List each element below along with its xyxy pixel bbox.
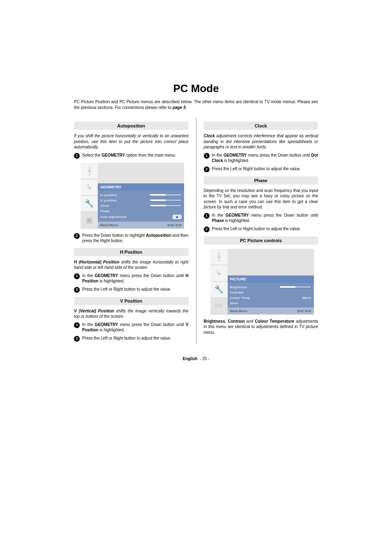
picture-osd-title: PICTURE — [228, 275, 314, 283]
osd-footer-left: Back:Menu — [100, 223, 118, 227]
sound-tab-icon: 𝄞 — [81, 163, 98, 179]
t: Phase — [212, 218, 224, 223]
autoposition-header: Autoposition — [74, 122, 189, 130]
t: Press the Left or Right button to adjust… — [212, 166, 318, 172]
page-title: PC Mode — [74, 82, 318, 95]
vposition-header: V Position — [74, 297, 189, 305]
t: Press the Left or Right button to adjust… — [212, 226, 318, 232]
t: Clock — [204, 134, 215, 138]
left-column: Autoposition If you shift the picture ho… — [74, 118, 189, 344]
intro-a: PC Picture Position and PC Picture menus… — [74, 99, 318, 110]
pc-picture-controls-header: PC Picture controls — [204, 236, 318, 245]
geometry-osd-content: H. position V. position Clock Phase Auto… — [98, 191, 184, 222]
t: GEOMETRY — [226, 213, 249, 217]
osd-item-brightness: Brightness — [230, 284, 311, 290]
install-tab-icon: 🔧 — [210, 282, 228, 298]
vposition-step2: 2 Press the Left or Right button to adju… — [74, 335, 189, 342]
slider-icon — [150, 199, 182, 201]
ok-button-icon: ● — [173, 215, 182, 219]
t: Contrast — [230, 291, 244, 294]
step-number-icon: 2 — [74, 287, 80, 293]
step-number-icon: 1 — [204, 153, 210, 159]
geometry-osd-title: GEOMETRY — [98, 183, 184, 191]
osd-item-store: Store — [230, 301, 311, 306]
osd-item-colourtemp: Colour TempWarm — [230, 295, 311, 301]
slider-icon — [150, 194, 182, 196]
autoposition-step1-text: Select the GEOMETRY option from the main… — [82, 153, 189, 158]
osd-spacer — [98, 163, 184, 183]
t: is highlighted. — [98, 328, 125, 332]
slider-icon — [279, 286, 311, 288]
osd-footer-left: Back:Menu — [230, 309, 248, 313]
t: menu press the Down button until — [249, 213, 318, 217]
t: Select the — [82, 153, 101, 157]
osd-item-hpos: H. position — [100, 192, 182, 198]
t: and — [245, 319, 255, 324]
t: adjustment corrects interference that ap… — [204, 134, 318, 149]
footer-lang: English — [182, 356, 197, 361]
autoposition-step2: 2 Press the Down button to highlight Aut… — [74, 233, 189, 244]
t: GEOMETRY — [101, 153, 125, 157]
t: Store — [230, 301, 238, 305]
columns: Autoposition If you shift the picture ho… — [74, 118, 318, 344]
vposition-desc: V (Vertical) Position shifts the image v… — [74, 308, 189, 319]
hposition-step1: 1 In the GEOMETRY menu press the Down bu… — [74, 273, 189, 284]
vposition-step1: 1 In the GEOMETRY menu press the Down bu… — [74, 322, 189, 333]
t: In the GEOMETRY menu press the Down butt… — [82, 273, 189, 284]
hposition-header: H Position — [74, 248, 189, 256]
sound-tab-icon: 𝄞 — [210, 249, 228, 265]
t: Press the Left or Right button to adjust… — [82, 335, 189, 341]
phase-step1: 1 In the GEOMETRY menu press the Down bu… — [204, 213, 318, 224]
t: Contrast — [228, 319, 244, 324]
t: H (Horizontal) Position — [74, 260, 120, 264]
geometry-osd: 𝄞 ↳ 🔧 ▣ GEOMETRY H. position V. position — [81, 163, 184, 229]
step-number-icon: 1 — [204, 213, 210, 219]
step-number-icon: 2 — [204, 166, 210, 172]
step-number-icon: 1 — [74, 153, 80, 159]
t: Colour Temperature — [255, 319, 294, 324]
t: Phase — [100, 209, 110, 213]
hposition-step2: 2 Press the Left or Right button to adju… — [74, 287, 189, 293]
right-column: Clock Clock adjustment corrects interfer… — [204, 118, 318, 344]
t: V. position — [100, 199, 117, 202]
t: GEOMETRY — [95, 273, 118, 278]
step-number-icon: 2 — [204, 227, 210, 232]
osd-item-auto: Auto Adjustment● — [100, 214, 182, 220]
t: V (Vertical) Position — [74, 309, 114, 313]
intro-text: PC Picture Position and PC Picture menus… — [74, 99, 318, 110]
picture-osd-content: Brightness Contrast Colour TempWarm Stor… — [228, 283, 314, 308]
osd-tabs: 𝄞 ↳ 🔧 ▣ — [81, 163, 98, 229]
autoposition-step2-text: Press the Down button to highlight Autop… — [82, 233, 189, 244]
page-footer: English - 25 - — [74, 356, 318, 361]
autoposition-desc: If you shift the picture horizontally or… — [74, 133, 189, 150]
t: Auto Adjustment — [100, 215, 127, 219]
t: In the GEOMETRY menu press the Down butt… — [212, 213, 318, 224]
osd-item-phase: Phase — [100, 208, 182, 214]
clock-step2: 2 Press the Left or Right button to adju… — [204, 166, 318, 172]
phase-header: Phase — [204, 176, 318, 185]
t: H. position — [100, 193, 117, 197]
phase-desc: Depending on the resolution and scan fre… — [204, 188, 318, 210]
osd-row: 𝄞 ↳ 🔧 CH PICTURE Brightness Contrast — [210, 249, 314, 314]
osd-row: 𝄞 ↳ 🔧 ▣ GEOMETRY H. position V. position — [81, 163, 184, 229]
t: Clock — [100, 204, 109, 208]
t: menu press the Down button until — [118, 322, 185, 327]
geometry-tab-icon: ▣ — [81, 212, 98, 229]
picture-osd: 𝄞 ↳ 🔧 CH PICTURE Brightness Contrast — [210, 249, 314, 314]
osd-body: GEOMETRY H. position V. position Clock P… — [98, 163, 184, 229]
step-number-icon: 1 — [74, 273, 80, 279]
t: In the GEOMETRY menu press the Down butt… — [212, 153, 318, 164]
hposition-desc: H (Horizontal) Position shifts the image… — [74, 259, 189, 271]
intro-c: . — [186, 105, 187, 110]
t: menu press the Down button until — [118, 273, 185, 278]
intro-b: page 5 — [173, 105, 186, 110]
slider-icon — [150, 204, 182, 207]
t: Autoposition — [146, 233, 171, 238]
t: Press the Left or Right button to adjust… — [82, 287, 189, 292]
clock-header: Clock — [204, 122, 318, 130]
autoposition-step1: 1 Select the GEOMETRY option from the ma… — [74, 153, 189, 159]
feature-tab-icon: ↳ — [210, 265, 228, 282]
t: GEOMETRY — [95, 322, 118, 327]
t: In the — [212, 153, 224, 157]
step-number-icon: 1 — [74, 322, 80, 328]
